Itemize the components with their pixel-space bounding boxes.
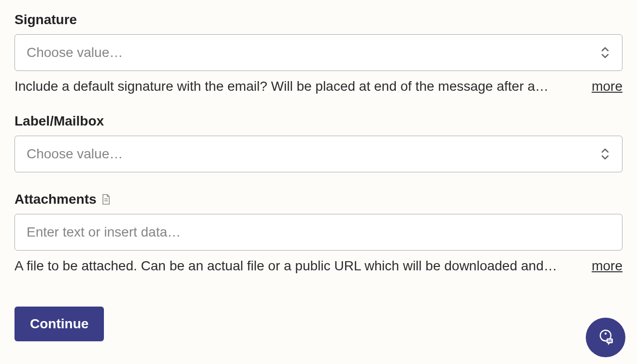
attachments-more-link[interactable]: more — [592, 258, 623, 274]
signature-help-text: Include a default signature with the ema… — [14, 79, 580, 94]
label-mailbox-label-text: Label/Mailbox — [14, 113, 104, 129]
label-mailbox-field-group: Label/Mailbox Choose value… — [14, 113, 623, 172]
continue-button[interactable]: Continue — [14, 307, 104, 341]
support-fab[interactable] — [586, 318, 625, 357]
label-mailbox-select[interactable]: Choose value… — [14, 136, 623, 172]
signature-help-row: Include a default signature with the ema… — [14, 79, 623, 94]
attachments-help-text: A file to be attached. Can be an actual … — [14, 258, 580, 274]
svg-rect-4 — [607, 338, 613, 343]
signature-more-link[interactable]: more — [592, 79, 623, 94]
attachments-field-group: Attachments A file to be attached. Can b… — [14, 192, 623, 274]
signature-label: Signature — [14, 12, 623, 28]
signature-select[interactable]: Choose value… — [14, 34, 623, 71]
signature-field-group: Signature Choose value… Include a defaul… — [14, 12, 623, 94]
attachments-label: Attachments — [14, 192, 623, 207]
svg-point-3 — [605, 333, 607, 335]
attachments-help-row: A file to be attached. Can be an actual … — [14, 258, 623, 274]
signature-label-text: Signature — [14, 12, 77, 28]
chevron-up-down-icon — [600, 148, 610, 160]
document-icon — [101, 194, 110, 205]
support-chat-icon — [596, 327, 615, 348]
label-mailbox-label: Label/Mailbox — [14, 113, 623, 129]
label-mailbox-placeholder: Choose value… — [27, 146, 123, 162]
signature-placeholder: Choose value… — [27, 45, 123, 60]
chevron-up-down-icon — [600, 46, 610, 59]
attachments-input[interactable] — [14, 214, 623, 251]
attachments-label-text: Attachments — [14, 192, 97, 207]
